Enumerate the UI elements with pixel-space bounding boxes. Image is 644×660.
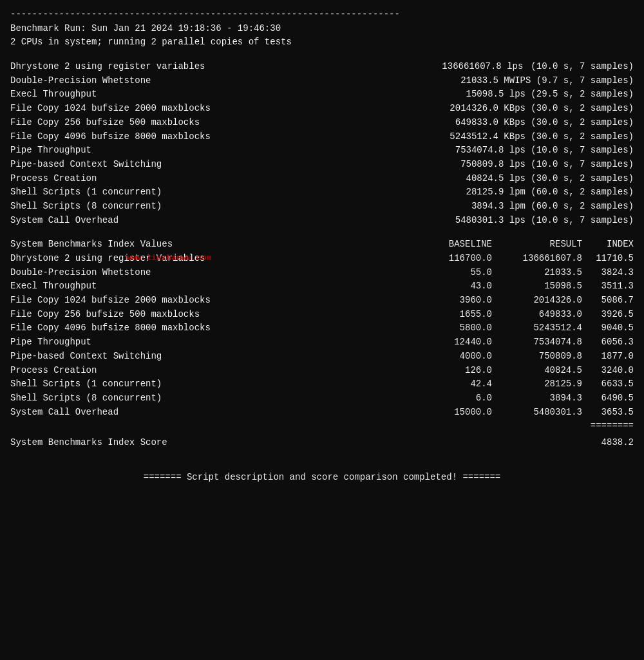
bench-name: File Copy 256 bufsize 500 maxblocks xyxy=(10,116,229,130)
index-data-row: Shell Scripts (1 concurrent)42.428125.96… xyxy=(10,377,634,391)
benchmark-row: File Copy 4096 bufsize 8000 maxblocks524… xyxy=(10,130,634,144)
bench-value-unit: 750809.8 lps (10.0 s, 7 samples) xyxy=(229,158,634,172)
benchmark-row: Dhrystone 2 using register variables1366… xyxy=(10,60,634,74)
benchmark-row: System Call Overhead5480301.3 lps (10.0 … xyxy=(10,214,634,228)
cpu-info-line: 2 CPUs in system; running 2 parallel cop… xyxy=(10,35,634,50)
benchmark-row: Pipe Throughput7534074.8 lps (10.0 s, 7 … xyxy=(10,144,634,158)
bench-value-unit: 28125.9 lpm (60.0 s, 2 samples) xyxy=(229,185,634,200)
bench-name: Shell Scripts (1 concurrent) xyxy=(10,185,229,200)
bench-name: Shell Scripts (8 concurrent) xyxy=(10,200,229,214)
index-data-row: Shell Scripts (8 concurrent)6.03894.3649… xyxy=(10,391,634,406)
index-data-row: Process Creation126.040824.53240.0 xyxy=(10,364,634,378)
bench-value-unit: 15098.5 lps (29.5 s, 2 samples) xyxy=(229,88,634,102)
benchmark-row: Pipe-based Context Switching750809.8 lps… xyxy=(10,158,634,172)
benchmarks-section: Dhrystone 2 using register variables1366… xyxy=(10,60,634,227)
bench-name: Process Creation xyxy=(10,172,229,186)
index-data-row: File Copy 1024 bufsize 2000 maxblocks396… xyxy=(10,294,634,308)
index-data-row: Pipe Throughput12440.07534074.86056.3 xyxy=(10,335,634,350)
bench-name: Execl Throughput xyxy=(10,88,229,102)
bench-name: Dhrystone 2 using register variables xyxy=(10,60,229,74)
benchmark-row: File Copy 1024 bufsize 2000 maxblocks201… xyxy=(10,102,634,116)
bench-value-unit: 5243512.4 KBps (30.0 s, 2 samples) xyxy=(229,130,634,144)
bench-name: File Copy 4096 bufsize 8000 maxblocks xyxy=(10,130,229,144)
bench-value-unit: 40824.5 lps (30.0 s, 2 samples) xyxy=(229,172,634,186)
benchmark-row: Shell Scripts (1 concurrent)28125.9 lpm … xyxy=(10,185,634,200)
top-divider: ----------------------------------------… xyxy=(10,8,634,22)
index-data-row: Pipe-based Context Switching4000.0750809… xyxy=(10,350,634,364)
benchmark-row: Execl Throughput15098.5 lps (29.5 s, 2 s… xyxy=(10,88,634,102)
benchmark-row: Shell Scripts (8 concurrent)3894.3 lpm (… xyxy=(10,200,634,214)
index-data-row: Double-Precision Whetstone55.021033.5382… xyxy=(10,266,634,280)
bench-value-unit: 2014326.0 KBps (30.0 s, 2 samples) xyxy=(229,102,634,116)
index-data-row: File Copy 4096 bufsize 8000 maxblocks580… xyxy=(10,321,634,335)
index-data-row: System Call Overhead15000.05480301.33653… xyxy=(10,406,634,420)
bench-value-unit: 136661607.8 lps(10.0 s, 7 samples) xyxy=(229,60,634,74)
index-header-row: System Benchmarks Index ValuesBASELINERE… xyxy=(10,238,634,252)
bench-value-unit: 3894.3 lpm (60.0 s, 2 samples) xyxy=(229,200,634,214)
index-data-row: Dhrystone 2 using register www.liuzhanwu… xyxy=(10,252,634,266)
bench-name: System Call Overhead xyxy=(10,214,229,228)
index-data-row: File Copy 256 bufsize 500 maxblocks1655.… xyxy=(10,308,634,322)
benchmark-run-line: Benchmark Run: Sun Jan 21 2024 19:18:36 … xyxy=(10,22,634,36)
final-message-line: ======= Script description and score com… xyxy=(10,471,634,485)
bench-value-unit: 649833.0 KBps (30.0 s, 2 samples) xyxy=(229,116,634,130)
benchmark-row: File Copy 256 bufsize 500 maxblocks64983… xyxy=(10,116,634,130)
bench-name: File Copy 1024 bufsize 2000 maxblocks xyxy=(10,102,229,116)
equals-line: ======== xyxy=(10,419,634,433)
bench-name: Pipe Throughput xyxy=(10,144,229,158)
bench-value-unit: 21033.5 MWIPS (9.7 s, 7 samples) xyxy=(229,74,634,88)
bench-value-unit: 5480301.3 lps (10.0 s, 7 samples) xyxy=(229,214,634,228)
benchmark-row: Double-Precision Whetstone21033.5 MWIPS … xyxy=(10,74,634,88)
bench-value-unit: 7534074.8 lps (10.0 s, 7 samples) xyxy=(229,144,634,158)
index-section: System Benchmarks Index ValuesBASELINERE… xyxy=(10,238,634,449)
bench-name: Pipe-based Context Switching xyxy=(10,158,229,172)
terminal-window: ----------------------------------------… xyxy=(10,8,634,484)
bench-name: Double-Precision Whetstone xyxy=(10,74,229,88)
index-data-row: Execl Throughput43.015098.53511.3 xyxy=(10,279,634,294)
score-row: System Benchmarks Index Score4838.2 xyxy=(10,436,634,450)
benchmark-row: Process Creation40824.5 lps (30.0 s, 2 s… xyxy=(10,172,634,186)
